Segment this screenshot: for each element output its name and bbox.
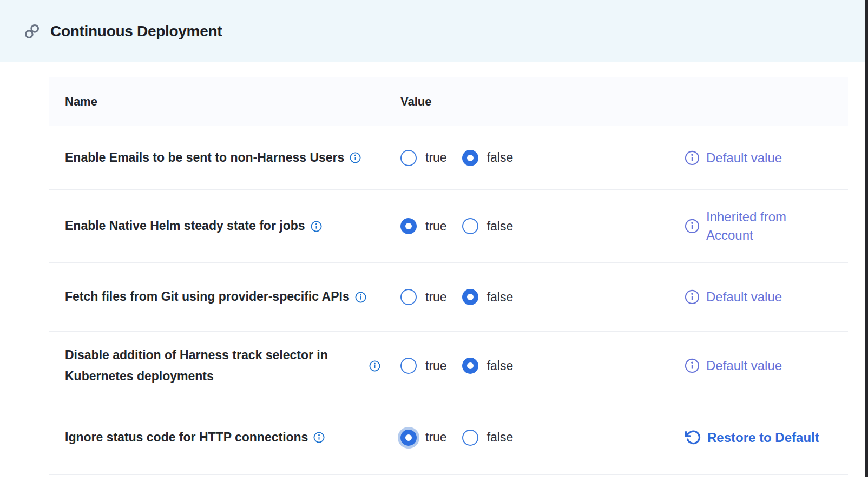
setting-row: Disable addition of Harness track select… (49, 332, 848, 400)
radio-false-label[interactable]: false (487, 430, 514, 445)
radio-option-true: true (400, 358, 447, 374)
setting-name: Enable Emails to be sent to non-Harness … (65, 147, 344, 168)
radio-false[interactable] (462, 430, 478, 446)
info-icon[interactable] (685, 358, 700, 373)
radio-true[interactable] (400, 289, 417, 305)
info-icon[interactable] (311, 221, 322, 232)
info-icon[interactable] (685, 150, 700, 165)
setting-name-cell: Enable Emails to be sent to non-Harness … (65, 147, 397, 168)
link-icon[interactable] (24, 23, 40, 39)
meta-label: Inherited from Account (706, 208, 817, 245)
info-icon[interactable] (685, 219, 700, 234)
radio-group: true false (400, 430, 513, 446)
settings-table: Name Value Enable Emails to be sent to n… (49, 77, 848, 475)
setting-name-cell: Enable Native Helm steady state for jobs (65, 215, 397, 236)
radio-true[interactable] (400, 218, 417, 234)
radio-option-false: false (462, 289, 514, 305)
table-header-row: Name Value (49, 77, 848, 126)
row-meta: Default value (685, 148, 782, 167)
radio-false-label[interactable]: false (487, 150, 514, 165)
radio-option-true: true (400, 430, 447, 446)
meta-label: Default value (706, 288, 782, 306)
row-meta: Default value (685, 288, 782, 306)
page-title: Continuous Deployment (50, 23, 222, 40)
radio-true-label[interactable]: true (425, 430, 447, 445)
window-edge (865, 0, 868, 477)
setting-name: Fetch files from Git using provider-spec… (65, 286, 350, 307)
radio-option-true: true (400, 289, 447, 305)
radio-false-label[interactable]: false (487, 219, 514, 234)
setting-name-cell: Ignore status code for HTTP connections (65, 427, 397, 448)
column-header-name: Name (49, 95, 97, 109)
setting-name: Enable Native Helm steady state for jobs (65, 215, 305, 236)
row-meta: Inherited from Account (685, 208, 817, 245)
setting-name: Disable addition of Harness track select… (65, 345, 364, 387)
radio-false[interactable] (462, 358, 478, 374)
setting-row: Ignore status code for HTTP connections … (49, 400, 848, 475)
setting-row: Fetch files from Git using provider-spec… (49, 263, 848, 332)
radio-true-label[interactable]: true (425, 219, 447, 234)
radio-option-true: true (400, 218, 447, 234)
restore-icon[interactable] (685, 429, 701, 445)
setting-row: Enable Emails to be sent to non-Harness … (49, 126, 848, 190)
radio-true-label[interactable]: true (425, 290, 447, 305)
row-meta[interactable]: Restore to Default (685, 428, 819, 446)
info-icon[interactable] (685, 289, 700, 305)
info-icon[interactable] (350, 152, 361, 163)
meta-label: Default value (706, 357, 782, 375)
radio-option-false: false (462, 218, 514, 234)
radio-false-label[interactable]: false (487, 290, 514, 305)
info-icon[interactable] (355, 292, 366, 303)
radio-true[interactable] (400, 358, 417, 374)
column-header-value: Value (400, 95, 431, 109)
setting-name-cell: Fetch files from Git using provider-spec… (65, 286, 397, 307)
table-body: Enable Emails to be sent to non-Harness … (49, 126, 848, 475)
radio-true[interactable] (400, 430, 417, 446)
radio-group: true false (400, 150, 513, 166)
radio-group: true false (400, 218, 513, 234)
radio-option-false: false (462, 358, 514, 374)
setting-row: Enable Native Helm steady state for jobs… (49, 190, 848, 263)
radio-false[interactable] (462, 289, 478, 305)
radio-option-false: false (462, 430, 514, 446)
info-icon[interactable] (313, 432, 325, 443)
radio-true-label[interactable]: true (425, 150, 447, 165)
radio-option-true: true (400, 150, 447, 166)
meta-label: Default value (706, 148, 782, 167)
radio-true-label[interactable]: true (425, 359, 447, 373)
radio-false[interactable] (462, 218, 478, 234)
radio-option-false: false (462, 150, 514, 166)
setting-name-cell: Disable addition of Harness track select… (65, 345, 397, 387)
setting-name: Ignore status code for HTTP connections (65, 427, 308, 448)
radio-false-label[interactable]: false (487, 359, 514, 373)
info-icon[interactable] (369, 360, 380, 372)
row-meta: Default value (685, 357, 782, 375)
radio-false[interactable] (462, 150, 478, 166)
radio-group: true false (400, 358, 513, 374)
radio-true[interactable] (400, 150, 417, 166)
restore-to-default-button[interactable]: Restore to Default (707, 428, 819, 446)
radio-group: true false (400, 289, 513, 305)
section-header: Continuous Deployment (0, 0, 868, 62)
